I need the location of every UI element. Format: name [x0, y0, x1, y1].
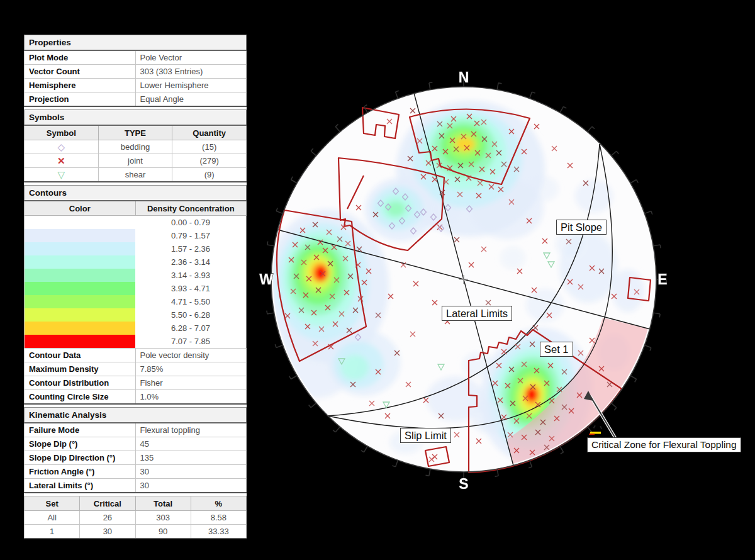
bedding-diamond-icon: ◇ [58, 142, 65, 152]
property-value: Pole Vector [135, 50, 247, 65]
joint-x-icon: ✕ [57, 155, 65, 166]
set1-label[interactable]: Set 1 [540, 342, 573, 357]
symbol-type: bedding [98, 140, 172, 154]
results-cell: 33.33 [191, 525, 246, 539]
contour-band-row: 6.28 - 7.07 [25, 322, 247, 335]
results-row: All263038.58 [25, 511, 247, 525]
azimuth-tick-hook [426, 475, 429, 476]
azimuth-tick [396, 461, 398, 467]
contour-band-color [25, 322, 136, 335]
symbols-col-quantity: Quantity [172, 125, 247, 140]
results-cell: 1 [25, 525, 80, 539]
contour-meta-row: Contour DataPole vector density [25, 349, 247, 362]
contour-band-color [25, 282, 136, 295]
contours-section: Contours Color Density Concentration 0.0… [24, 185, 247, 405]
contour-band-color [25, 295, 136, 308]
contour-meta-value: 1.0% [135, 390, 247, 405]
contour-band-range: 3.14 - 3.93 [135, 269, 247, 282]
kinematic-row: Failure ModeFlexural toppling [25, 423, 247, 437]
results-cell: 26 [80, 511, 135, 525]
property-row: HemisphereLower Hemisphere [25, 79, 247, 92]
contour-band-range: 7.07 - 7.85 [135, 335, 247, 349]
kinematic-row: Friction Angle (°)30 [25, 465, 247, 479]
property-label: Projection [25, 92, 136, 107]
contour-meta-label: Contour Data [25, 349, 136, 362]
kinematic-row: Slope Dip Direction (°)135 [25, 451, 247, 465]
properties-panel: Properties Plot ModePole VectorVector Co… [24, 35, 247, 539]
property-value: 303 (303 Entries) [135, 65, 247, 79]
azimuth-tick-hook [637, 180, 639, 183]
symbol-cell: ◇ [25, 140, 99, 154]
azimuth-tick [291, 376, 297, 379]
contour-band-row: 4.71 - 5.50 [25, 295, 247, 308]
contour-meta-value: Pole vector density [135, 349, 247, 362]
contour-band-range: 2.36 - 3.14 [135, 255, 247, 269]
contour-band-range: 0.00 - 0.79 [135, 216, 247, 230]
contours-section-title: Contours [25, 186, 247, 201]
azimuth-tick-hook [276, 208, 277, 211]
azimuth-tick [630, 376, 637, 379]
symbol-row: ◇bedding(15) [25, 140, 247, 154]
contour-band-row: 3.14 - 3.93 [25, 269, 247, 282]
kinematic-value: 135 [135, 451, 247, 465]
symbol-cell: ▽ [25, 168, 99, 182]
azimuth-tick [364, 446, 368, 452]
contour-meta-row: Maximum Density7.85% [25, 362, 247, 376]
azimuth-tick [311, 151, 316, 155]
azimuth-tick [291, 180, 297, 184]
symbol-row: ✕joint(279) [25, 154, 247, 168]
contour-band-color [25, 229, 136, 242]
contour-band-row: 7.07 - 7.85 [25, 335, 247, 349]
kinematic-value: 30 [135, 465, 247, 479]
azimuth-tick-hook [364, 105, 367, 107]
lateral-limits-label[interactable]: Lateral Limits [442, 306, 512, 321]
symbol-type: shear [98, 168, 172, 182]
azimuth-tick [276, 345, 282, 348]
symbol-quantity: (15) [172, 140, 247, 154]
azimuth-tick [530, 461, 532, 467]
property-row: Vector Count303 (303 Entries) [25, 65, 247, 79]
app-canvas: N E S W Pit Slope Lateral Limits Set 1 S… [0, 0, 755, 560]
azimuth-tick [588, 126, 592, 132]
azimuth-tick [267, 245, 274, 246]
results-col-total: Total [135, 496, 191, 511]
contour-band-color [25, 242, 136, 255]
symbols-section: Symbols Symbol TYPE Quantity ◇bedding(15… [24, 109, 247, 182]
contours-col-density: Density Concentration [135, 201, 247, 216]
contour-meta-value: Fisher [135, 376, 247, 390]
slip-limit-label[interactable]: Slip Limit [400, 428, 451, 443]
critical-zone-label[interactable]: Critical Zone for Flexural Toppling [587, 437, 741, 452]
azimuth-tick [335, 427, 340, 432]
compass-north-label: N [459, 69, 469, 86]
azimuth-tick-hook [267, 242, 268, 245]
compass-west-label: W [259, 271, 273, 288]
contour-band-color [25, 216, 136, 230]
pit-slope-label[interactable]: Pit Slope [556, 220, 607, 235]
azimuth-tick-hook [335, 125, 338, 127]
results-col-set: Set [25, 496, 80, 511]
azimuth-tick-hook [495, 476, 498, 476]
contour-band-row: 5.50 - 6.28 [25, 308, 247, 322]
azimuth-tick-hook [333, 430, 335, 432]
results-cell: 90 [135, 525, 191, 539]
azimuth-tick [560, 106, 564, 113]
contour-band-row: 0.79 - 1.57 [25, 229, 247, 242]
symbols-section-title: Symbols [25, 110, 247, 126]
azimuth-tick-hook [650, 347, 651, 350]
property-row: Plot ModePole Vector [25, 50, 247, 65]
azimuth-tick [396, 92, 398, 98]
azimuth-tick-hook [275, 344, 276, 347]
density-contour-blob [314, 265, 328, 281]
azimuth-tick-hook [309, 405, 311, 408]
property-label: Vector Count [25, 65, 136, 79]
azimuth-tick-hook [614, 408, 617, 410]
kinematic-value: 45 [135, 437, 247, 451]
azimuth-tick [429, 469, 430, 476]
symbol-cell: ✕ [25, 154, 99, 168]
kinematic-section: Kinematic Analysis Failure ModeFlexural … [24, 407, 247, 493]
property-value: Lower Hemisphere [135, 79, 247, 92]
density-contour-blob [526, 289, 564, 322]
compass-south-label: S [459, 476, 468, 492]
azimuth-tick [530, 92, 532, 98]
azimuth-tick [311, 403, 316, 408]
